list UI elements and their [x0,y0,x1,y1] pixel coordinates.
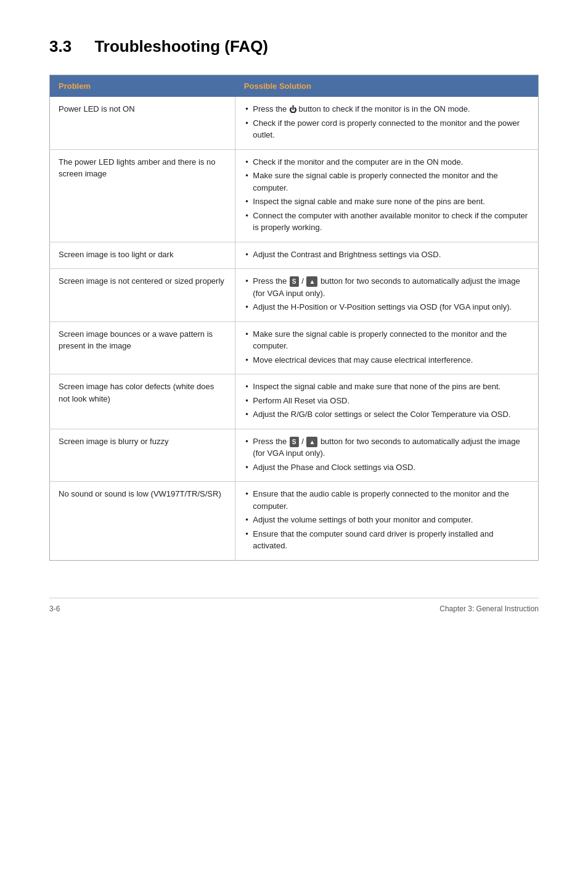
solution-item: Adjust the R/G/B color settings or selec… [244,408,529,421]
table-row: The power LED lights amber and there is … [50,149,539,242]
table-row: No sound or sound is low (VW197T/TR/S/SR… [50,482,539,561]
section-title: Troubleshooting (FAQ) [94,37,268,56]
solution-item: Check if the power cord is properly conn… [244,117,529,141]
page-title: 3.3 Troubleshooting (FAQ) [49,37,539,56]
problem-cell: Screen image is not centered or sized pr… [50,269,235,322]
solution-cell: Ensure that the audio cable is properly … [235,482,539,561]
solution-item: Make sure the signal cable is properly c… [244,170,529,194]
up-button-icon: ▲ [306,437,317,447]
solution-item: Adjust the H-Position or V-Position sett… [244,301,529,313]
solution-item: Adjust the volume settings of both your … [244,514,529,526]
solution-cell: Press the S / ▲ button for two seconds t… [235,269,539,322]
power-icon: ⏻ [289,104,296,115]
page-footer: 3-6 Chapter 3: General Instruction [49,598,539,613]
table-row: Screen image has color defects (white do… [50,374,539,429]
problem-cell: Screen image has color defects (white do… [50,374,235,429]
solution-cell: Press the S / ▲ button for two seconds t… [235,429,539,482]
solution-cell: Check if the monitor and the computer ar… [235,149,539,242]
footer-chapter: Chapter 3: General Instruction [439,604,539,613]
solution-cell: Inspect the signal cable and make sure t… [235,374,539,429]
solution-cell: Press the ⏻ button to check if the monit… [235,97,539,149]
solution-item: Ensure that the computer sound card driv… [244,528,529,552]
solution-item: Press the S / ▲ button for two seconds t… [244,435,529,460]
problem-cell: Screen image bounces or a wave pattern i… [50,321,235,374]
table-row: Screen image bounces or a wave pattern i… [50,321,539,374]
solution-item: Inspect the signal cable and make sure n… [244,196,529,208]
solution-item: Press the ⏻ button to check if the monit… [244,103,529,115]
solution-item: Make sure the signal cable is properly c… [244,328,529,352]
solution-item: Ensure that the audio cable is properly … [244,488,529,512]
section-number: 3.3 [49,37,71,56]
s-button-icon: S [290,276,299,287]
solution-item: Press the S / ▲ button for two seconds t… [244,275,529,299]
solution-item: Connect the computer with another availa… [244,210,529,234]
solution-item: Check if the monitor and the computer ar… [244,156,529,168]
solution-cell: Make sure the signal cable is properly c… [235,321,539,374]
problem-cell: Screen image is too light or dark [50,242,235,269]
problem-cell: Power LED is not ON [50,97,235,149]
s-button-icon: S [290,437,299,447]
table-row: Screen image is blurry or fuzzyPress the… [50,429,539,482]
solution-item: Adjust the Contrast and Brightness setti… [244,249,529,261]
table-row: Screen image is not centered or sized pr… [50,269,539,322]
problem-cell: Screen image is blurry or fuzzy [50,429,235,482]
problem-cell: No sound or sound is low (VW197T/TR/S/SR… [50,482,235,561]
table-row: Screen image is too light or darkAdjust … [50,242,539,269]
footer-page-number: 3-6 [49,604,60,613]
solution-column-header: Possible Solution [235,75,539,97]
solution-cell: Adjust the Contrast and Brightness setti… [235,242,539,269]
faq-table: Problem Possible Solution Power LED is n… [49,75,539,561]
solution-item: Adjust the Phase and Clock settings via … [244,461,529,474]
up-button-icon: ▲ [306,276,317,287]
problem-cell: The power LED lights amber and there is … [50,149,235,242]
problem-column-header: Problem [50,75,235,97]
solution-item: Move electrical devices that may cause e… [244,354,529,366]
solution-item: Perform All Reset via OSD. [244,395,529,407]
table-row: Power LED is not ONPress the ⏻ button to… [50,97,539,149]
solution-item: Inspect the signal cable and make sure t… [244,381,529,393]
